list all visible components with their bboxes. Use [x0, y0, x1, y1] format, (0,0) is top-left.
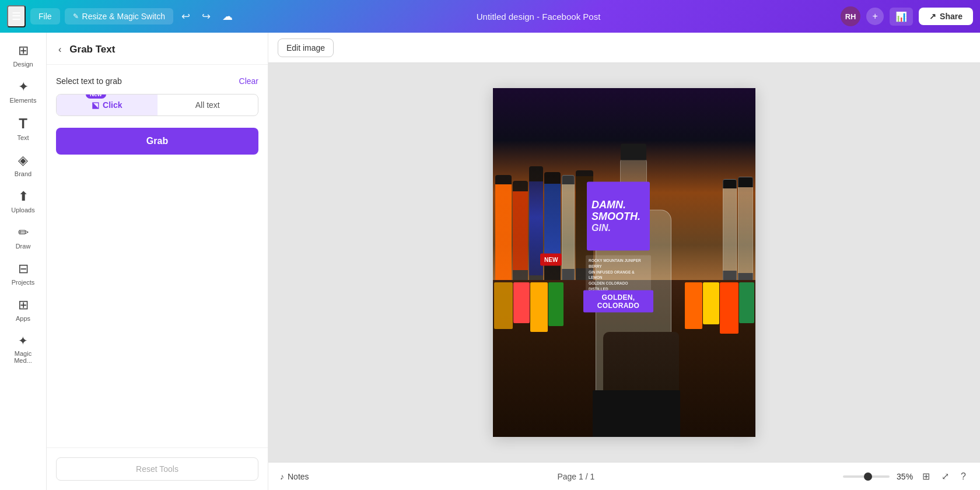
chart-icon: 📊 — [895, 12, 907, 22]
topbar-right: RH + 📊 ↗ Share — [841, 6, 973, 26]
bottle-label-line2: SMOOTH. — [592, 211, 645, 223]
text-icon: T — [19, 116, 27, 132]
notes-button[interactable]: ♪ Notes — [280, 472, 309, 481]
select-text-label: Select text to grab — [56, 76, 122, 86]
zoom-slider — [843, 475, 890, 478]
document-title: Untitled design - Facebook Post — [241, 12, 836, 22]
grid-icon: ⊞ — [922, 471, 930, 481]
click-tab-label: Click — [103, 100, 122, 110]
sidebar-item-text[interactable]: T Text — [4, 110, 43, 147]
bottle-main-label: DAMN. SMOOTH. GIN. — [587, 182, 650, 251]
sidebar-item-label: Draw — [16, 243, 31, 250]
avatar-button[interactable]: RH — [841, 6, 860, 26]
share-button[interactable]: ↗ Share — [919, 8, 973, 25]
file-button[interactable]: File — [30, 8, 60, 24]
grid-view-button[interactable]: ⊞ — [920, 468, 932, 484]
projects-icon: ⊟ — [18, 261, 29, 276]
all-text-tab-label: All text — [195, 100, 220, 110]
pencil-icon: ✎ — [73, 12, 79, 20]
zoom-track[interactable] — [843, 475, 890, 478]
hamburger-icon: ☰ — [12, 10, 21, 22]
panel-body: Select text to grab Clear New ⬕ Click Al… — [47, 65, 268, 447]
design-icon: ⊞ — [18, 43, 29, 58]
draw-icon: ✏ — [18, 225, 29, 240]
canvas-page: DAMN. SMOOTH. GIN. ROCKY MOUNTAIN JUNIPE… — [493, 88, 755, 437]
zoom-percentage: 35% — [897, 472, 913, 481]
sidebar-item-label: Elements — [10, 97, 37, 104]
sidebar-item-label: Design — [13, 61, 33, 68]
bottle-location-text: GOLDEN, COLORADO — [586, 293, 651, 310]
canvas-area: Edit image — [268, 33, 980, 490]
mode-tab-toggle: New ⬕ Click All text — [56, 94, 258, 116]
undo-button[interactable]: ↩ — [178, 6, 194, 26]
sidebar-item-projects[interactable]: ⊟ Projects — [4, 256, 43, 292]
bottle-label-line1: DAMN. — [592, 200, 645, 211]
bottle-label-line3: GIN. — [592, 222, 645, 233]
left-nav: ⊞ Design ✦ Elements T Text ◈ Brand ⬆ Upl… — [0, 33, 47, 490]
sidebar-item-label: Brand — [15, 170, 32, 177]
click-tab[interactable]: ⬕ Click — [57, 94, 158, 116]
sidebar-item-label: Magic Med... — [6, 350, 41, 364]
sidebar-item-elements[interactable]: ✦ Elements — [4, 74, 43, 110]
help-button[interactable]: ? — [958, 469, 968, 484]
all-text-tab[interactable]: All text — [158, 94, 258, 116]
hamburger-button[interactable]: ☰ — [7, 5, 26, 27]
cloud-icon: ☁ — [222, 10, 233, 22]
bottom-right: 35% ⊞ ⤢ ? — [843, 468, 968, 484]
notes-icon: ♪ — [280, 472, 284, 481]
panel-header: ‹ Grab Text — [47, 33, 268, 65]
sidebar-item-uploads[interactable]: ⬆ Uploads — [4, 183, 43, 219]
brand-icon: ◈ — [18, 153, 28, 168]
notes-label: Notes — [288, 472, 309, 481]
sidebar-item-magic-media[interactable]: ✦ Magic Med... — [4, 328, 43, 370]
fullscreen-icon: ⤢ — [942, 471, 949, 481]
panel-footer: Reset Tools — [47, 447, 268, 490]
sidebar-item-apps[interactable]: ⊞ Apps — [4, 292, 43, 328]
share-label: Share — [940, 12, 963, 21]
topbar: ☰ File ✎ Resize & Magic Switch ↩ ↪ ☁ Unt… — [0, 0, 980, 33]
sidebar-item-design[interactable]: ⊞ Design — [4, 37, 43, 74]
grab-button[interactable]: Grab — [56, 128, 258, 155]
new-badge: New — [86, 94, 106, 99]
back-button[interactable]: ‹ — [56, 42, 64, 57]
resize-label: Resize & Magic Switch — [82, 12, 165, 21]
clear-button[interactable]: Clear — [239, 76, 258, 86]
sidebar-item-draw[interactable]: ✏ Draw — [4, 219, 43, 256]
share-icon: ↗ — [929, 12, 936, 21]
help-icon: ? — [961, 471, 966, 481]
main-layout: ⊞ Design ✦ Elements T Text ◈ Brand ⬆ Upl… — [0, 33, 980, 490]
sidebar-item-label: Projects — [12, 279, 35, 286]
sleeve — [593, 390, 680, 437]
new-tag: NEW — [540, 254, 562, 266]
reset-tools-button[interactable]: Reset Tools — [56, 457, 258, 481]
cloud-save-button[interactable]: ☁ — [219, 6, 236, 26]
fullscreen-button[interactable]: ⤢ — [939, 468, 951, 484]
sidebar-item-label: Text — [17, 134, 29, 141]
sidebar-item-label: Apps — [16, 315, 30, 322]
select-text-row: Select text to grab Clear — [56, 76, 258, 86]
panel-title: Grab Text — [69, 44, 115, 55]
redo-button[interactable]: ↪ — [198, 6, 214, 26]
sidebar-item-label: Uploads — [11, 206, 34, 214]
canvas-bottom-bar: ♪ Notes Page 1 / 1 35% ⊞ ⤢ ? — [268, 462, 980, 490]
zoom-thumb[interactable] — [864, 473, 872, 481]
add-collaborator-button[interactable]: + — [866, 8, 884, 25]
apps-icon: ⊞ — [18, 298, 29, 313]
canvas-viewport[interactable]: DAMN. SMOOTH. GIN. ROCKY MOUNTAIN JUNIPE… — [268, 63, 980, 462]
elements-icon: ✦ — [18, 79, 29, 94]
undo-icon: ↩ — [181, 10, 190, 22]
redo-icon: ↪ — [202, 10, 211, 22]
magic-media-icon: ✦ — [18, 334, 28, 348]
edit-image-button[interactable]: Edit image — [278, 38, 334, 57]
grab-text-panel: ‹ Grab Text Select text to grab Clear Ne… — [47, 33, 268, 490]
sidebar-item-brand[interactable]: ◈ Brand — [4, 147, 43, 183]
cursor-icon: ⬕ — [92, 100, 99, 110]
stats-button[interactable]: 📊 — [890, 8, 913, 26]
page-info: Page 1 / 1 — [557, 472, 594, 481]
resize-magic-switch-button[interactable]: ✎ Resize & Magic Switch — [65, 8, 173, 24]
bottle-location-label: GOLDEN, COLORADO — [583, 290, 653, 313]
canvas-toolbar: Edit image — [268, 33, 980, 63]
uploads-icon: ⬆ — [18, 189, 29, 204]
